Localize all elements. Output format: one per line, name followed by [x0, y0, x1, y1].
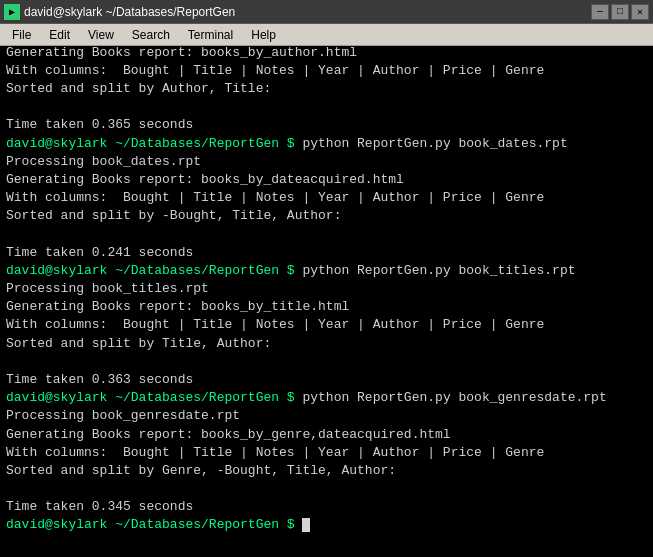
title-bar: ▶ david@skylark ~/Databases/ReportGen — … [0, 0, 653, 24]
menu-file[interactable]: File [4, 26, 39, 44]
cmd-4: python ReportGen.py book_genresdate.rpt [302, 390, 606, 405]
terminal-window: david@skylark ~/Databases/ReportGen $ py… [0, 46, 653, 557]
prompt-3: david@skylark ~/Databases/ReportGen $ [6, 263, 302, 278]
menu-search[interactable]: Search [124, 26, 178, 44]
menu-edit[interactable]: Edit [41, 26, 78, 44]
terminal-cursor [302, 518, 310, 532]
title-bar-left: ▶ david@skylark ~/Databases/ReportGen [4, 4, 235, 20]
minimize-button[interactable]: — [591, 4, 609, 20]
window-title: david@skylark ~/Databases/ReportGen [24, 5, 235, 19]
prompt-2: david@skylark ~/Databases/ReportGen $ [6, 136, 302, 151]
close-button[interactable]: ✕ [631, 4, 649, 20]
output-4: Processing book_genresdate.rpt Generatin… [6, 408, 544, 514]
menu-help[interactable]: Help [243, 26, 284, 44]
terminal-icon: ▶ [4, 4, 20, 20]
cmd-2: python ReportGen.py book_dates.rpt [302, 136, 567, 151]
output-2: Processing book_dates.rpt Generating Boo… [6, 154, 544, 260]
prompt-5: david@skylark ~/Databases/ReportGen $ [6, 517, 302, 532]
prompt-4: david@skylark ~/Databases/ReportGen $ [6, 390, 302, 405]
maximize-button[interactable]: □ [611, 4, 629, 20]
menu-bar: File Edit View Search Terminal Help [0, 24, 653, 46]
window-controls[interactable]: — □ ✕ [591, 4, 649, 20]
menu-view[interactable]: View [80, 26, 122, 44]
cmd-3: python ReportGen.py book_titles.rpt [302, 263, 575, 278]
output-1: Processing book_authors.rpt Generating B… [6, 46, 544, 132]
output-3: Processing book_titles.rpt Generating Bo… [6, 281, 544, 387]
terminal-content[interactable]: david@skylark ~/Databases/ReportGen $ py… [0, 46, 653, 557]
menu-terminal[interactable]: Terminal [180, 26, 241, 44]
